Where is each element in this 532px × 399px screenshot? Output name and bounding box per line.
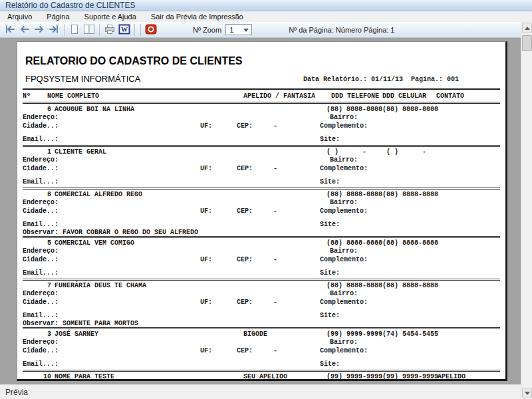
record-phones: (99) 9999-9999(99) 9999-9999: [327, 373, 438, 380]
facing-pages-view-button[interactable]: [82, 23, 96, 37]
field-label-email: Email...:: [23, 269, 59, 277]
field-label-cidade: Cidade..:: [23, 347, 59, 354]
report-preview-window: Relatório do Cadastro de CLIENTES Arquiv…: [0, 0, 532, 399]
window-titlebar: Relatório do Cadastro de CLIENTES: [0, 0, 532, 11]
field-label-bairro: Bairro:: [330, 338, 358, 346]
record-apelido: BIGODE: [243, 331, 267, 338]
field-label-bairro: Bairro:: [330, 114, 358, 121]
record-number: 6: [23, 106, 51, 113]
menu-sair-da-previa[interactable]: Sair da Prévia de Impressão: [144, 11, 251, 22]
field-label-email: Email...:: [23, 360, 59, 368]
zoom-value: 1: [229, 26, 233, 34]
field-label-cep: CEP:: [237, 122, 253, 130]
vertical-scrollbar[interactable]: [521, 22, 532, 399]
toolbar-separator: [140, 24, 141, 36]
first-page-button[interactable]: [3, 23, 17, 37]
svg-text:W: W: [121, 25, 128, 33]
scroll-up-icon: [525, 27, 530, 30]
report-title: RELATORIO DO CADASTRO DE CLIENTES: [25, 55, 243, 67]
record-name: COMERCIAL ALFREDO REGO: [55, 191, 142, 198]
field-label-complemento: Complemento:: [320, 347, 368, 354]
column-header-row: Nº NOME COMPLETO APELIDO / FANTASIA DDD …: [17, 92, 505, 100]
zoom-label: Nº Zoom: [193, 26, 221, 34]
record-name: FUNERÁRIA DEUS TE CHAMA: [55, 282, 146, 289]
field-label-cidade: Cidade..:: [23, 299, 59, 306]
field-label-dash: -: [273, 299, 277, 306]
menu-pagina[interactable]: Página: [39, 11, 76, 22]
record-name: ACOUGUE BOI NA LINHA: [55, 106, 134, 113]
field-label-complemento: Complemento:: [320, 165, 368, 172]
record-phones: (88) 8888-8888(88) 8888-8888: [327, 239, 438, 247]
field-label-bairro: Bairro:: [330, 199, 358, 206]
column-contato: CONTATO: [436, 92, 464, 100]
record-name: COMERCIAL VEM COMIGO: [55, 239, 134, 247]
header-rule: [23, 88, 500, 90]
single-page-icon: [68, 24, 81, 36]
report-page-number: Pagina.: 001: [411, 76, 459, 83]
field-label-uf: UF:: [200, 165, 212, 172]
field-label-observar: Observar:: [23, 320, 59, 327]
column-apelido-fantasia: APELIDO / FANTASIA: [243, 92, 315, 100]
field-label-complemento: Complemento:: [320, 256, 368, 263]
report-page: RELATORIO DO CADASTRO DE CLIENTES FPQSYS…: [17, 41, 507, 381]
field-label-cidade: Cidade..:: [23, 207, 59, 215]
report-company: FPQSYSTEM INFORMÁTICA: [25, 74, 140, 84]
record-observar: FAVOR COBRAR O REGO DO SEU ALFREDO: [63, 229, 198, 236]
toolbar-separator: [99, 24, 100, 36]
exit-preview-button[interactable]: [144, 23, 158, 37]
field-label-endereco: Endereço:: [23, 338, 59, 346]
record-apelido: SEU APELIDO: [243, 373, 287, 380]
toolbar-separator: [134, 24, 135, 36]
field-label-uf: UF:: [200, 299, 212, 306]
record-phones: (88) 8888-8888(88) 8888-8888: [327, 282, 438, 289]
field-label-dash: -: [273, 122, 277, 130]
scroll-up-button[interactable]: [522, 23, 532, 33]
exit-preview-icon: [145, 24, 157, 36]
single-page-view-button[interactable]: [67, 23, 82, 37]
client-record: 3 JOSÉ SARNEY BIGODE (99) 9999-9999(74) …: [17, 329, 505, 372]
menu-suporte-e-ajuda[interactable]: Suporte e Ajuda: [77, 11, 144, 22]
record-number: 1: [23, 148, 51, 156]
client-record: 10 NOME PARA TESTE SEU APELIDO (99) 9999…: [17, 372, 505, 381]
record-contato: APELIDO: [438, 373, 466, 380]
field-label-endereco: Endereço:: [23, 290, 59, 297]
window-title: Relatório do Cadastro de CLIENTES: [5, 1, 135, 10]
record-name: JOSÉ SARNEY: [55, 331, 98, 338]
field-label-cidade: Cidade..:: [23, 165, 59, 172]
field-label-email: Email...:: [23, 312, 59, 319]
field-label-uf: UF:: [200, 347, 212, 354]
field-label-site: Site:: [320, 360, 340, 368]
menu-arquivo[interactable]: Arquivo: [0, 11, 39, 22]
field-label-dash: -: [273, 256, 277, 263]
field-label-cep: CEP:: [237, 207, 253, 215]
zoom-select[interactable]: 1: [225, 24, 252, 35]
chevron-down-icon: [243, 29, 249, 32]
statusbar: Prévia: [0, 384, 521, 399]
field-label-complemento: Complemento:: [320, 207, 368, 215]
record-number: 10: [23, 373, 51, 380]
scroll-down-button[interactable]: [522, 388, 532, 398]
field-label-endereco: Endereço:: [23, 156, 59, 164]
field-label-bairro: Bairro:: [330, 247, 358, 255]
record-number: 3: [23, 331, 51, 338]
field-label-bairro: Bairro:: [330, 290, 358, 297]
next-page-button[interactable]: [32, 23, 47, 37]
export-word-button[interactable]: W: [117, 23, 132, 37]
toolbar: W Nº Zoom 1 Nº da Página: Número Página:…: [0, 22, 532, 38]
field-label-bairro: Bairro:: [330, 156, 358, 164]
field-label-site: Site:: [320, 136, 340, 143]
print-button[interactable]: [102, 23, 117, 37]
menubar: Arquivo Página Suporte e Ajuda Sair da P…: [0, 11, 532, 22]
field-label-cep: CEP:: [237, 256, 253, 263]
record-phones: (99) 9999-9999(74) 5454-5455: [327, 331, 438, 338]
field-label-dash: -: [273, 165, 277, 172]
record-number: 7: [23, 282, 51, 289]
previous-page-button[interactable]: [17, 23, 32, 37]
last-page-button[interactable]: [47, 23, 61, 37]
preview-area: RELATORIO DO CADASTRO DE CLIENTES FPQSYS…: [0, 38, 521, 384]
page-info-label: Nº da Página: Número Página: 1: [289, 26, 394, 34]
field-label-dash: -: [273, 207, 277, 215]
record-phones: ( ) - ( ) -: [327, 148, 426, 156]
scrollbar-thumb[interactable]: [522, 35, 532, 51]
field-label-cep: CEP:: [237, 299, 253, 306]
